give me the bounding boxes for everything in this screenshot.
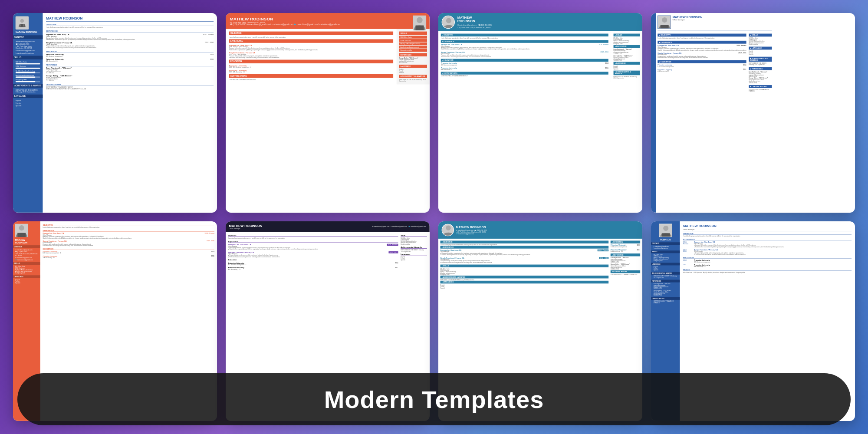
card3-objective: I seek challenging opportunities where I… bbox=[441, 37, 608, 39]
card3-contact: ✉ matrobison@gmail.com ☎ (123) 456-7895 bbox=[457, 24, 492, 26]
card5-job-2: 2012 - 2016 Simple Functions / Fresno, C… bbox=[43, 240, 214, 246]
card4-header: MATHEW ROBINSON Office Manager bbox=[658, 16, 772, 30]
svg-rect-19 bbox=[662, 233, 670, 237]
card7-avatar bbox=[442, 224, 454, 237]
resume-card-3[interactable]: MATHEWROBINSON ✉ matrobison@gmail.com ☎ … bbox=[438, 13, 642, 213]
card3-ach: EMPLOYEE OF THE MONTH February 2018 Expr… bbox=[614, 76, 640, 79]
svg-point-0 bbox=[20, 19, 24, 23]
card3-ref-2: George Bailey - "CDS Movers" Human Resou… bbox=[614, 55, 640, 61]
card4-edu-title: ■ EDUCATION bbox=[658, 60, 746, 63]
card7-ach-title: ● ACHIEVEMENTS & AWARDS bbox=[441, 276, 609, 278]
card3-obj-title: ● OBJECTIVE bbox=[441, 34, 608, 36]
card6-objective: I seek challenging opportunities where I… bbox=[228, 238, 398, 239]
card1-phone: ☎ (123) 456-7895 bbox=[16, 43, 40, 45]
card1-lang-fr: French bbox=[16, 102, 40, 104]
card8-cert: CERTIFIED FACILITY MANAGER IFMA/2017 bbox=[654, 301, 677, 304]
card1-exp-title: EXPERIENCE bbox=[46, 30, 214, 33]
card8-lang: EnglishFrenchSpanish bbox=[654, 266, 677, 270]
card8-sidebar-name: ROBINSON bbox=[654, 239, 677, 241]
card2-skills-title: SKILLS bbox=[399, 32, 427, 35]
card6-job-2: 2012 - 2016 ◆ Simple Functions / Fresno,… bbox=[228, 251, 398, 257]
card5-linkedin: in matrobison@gmail.com bbox=[15, 257, 39, 259]
card3-edu-2: 2011 Princeton University A.A. Accountin… bbox=[441, 67, 608, 71]
card6-obj-title: Objective bbox=[228, 234, 398, 237]
card8-objective: I seek challenging opportunities where I… bbox=[683, 236, 852, 237]
card2-skill-3: MySQL / Adobe photoshop bbox=[399, 43, 427, 45]
card4-ref-1: Evan Rightworth - "Wal-mart" Operations … bbox=[749, 71, 772, 77]
card4-body: ■ OBJECTIVE I seek challenging opportuni… bbox=[658, 32, 772, 92]
card8-phone: f matrobison@gmail.com bbox=[654, 248, 677, 249]
svg-point-10 bbox=[662, 17, 667, 23]
card1-cert-title: CERTIFICATIONS bbox=[46, 83, 214, 86]
card4-right: ■ SKILLS MS Office SuiteCRM SystemsMySQL… bbox=[749, 32, 772, 92]
card1-main: MATHEW ROBINSON OBJECTIVE I seek challen… bbox=[43, 13, 217, 213]
card7-lang: EnglishFrenchSpanish bbox=[441, 284, 609, 289]
card1-linkedin: in matrobison@gmail.com bbox=[16, 50, 40, 52]
card1-avatar bbox=[16, 16, 29, 30]
card3-skills: MS Office SuiteCRM SystemsMySQL / Adobe … bbox=[614, 37, 640, 45]
card2-cert-title: CERTIFICATIONS bbox=[229, 74, 394, 78]
card2-job-2: Simple Functions / Fresno, CA 2012 - 201… bbox=[229, 52, 394, 59]
card4-ach-title: ■ ACHIEVEMENTS & AWARDS bbox=[749, 57, 772, 62]
card2-job-1: Express Inc. /San Jose, CA 2016 - Presen… bbox=[229, 44, 394, 51]
card1-lang-title: LANGUAGE bbox=[13, 95, 43, 98]
card1-skill-5: Budgeting skills bbox=[16, 79, 40, 82]
card2-avatar bbox=[413, 16, 426, 30]
card6-ach-title: Achievements & Awards bbox=[401, 246, 427, 248]
card4-left: ■ OBJECTIVE I seek challenging opportuni… bbox=[658, 32, 746, 92]
card4-ach: EMPLOYEE OF THE MONTH February 2018 Expr… bbox=[749, 62, 772, 66]
svg-point-8 bbox=[446, 18, 451, 23]
card3-lang-title: ● LANGUAGE bbox=[614, 62, 640, 64]
card2-edu-1: Princeton University 2013 · B.S. Busines… bbox=[229, 65, 394, 68]
card8-skills2-title: SKILLS bbox=[683, 269, 852, 271]
card1-skill-2: CRM Systems bbox=[16, 66, 40, 69]
card8-edu-1: 2013 Princeton University B.S. Business … bbox=[683, 260, 852, 263]
card2-skill-2: CRM Systems bbox=[399, 39, 427, 42]
card7-body: ● OBJECTIVE I seek challenging opportuni… bbox=[438, 239, 642, 291]
resume-card-4[interactable]: MATHEW ROBINSON Office Manager ■ OBJECTI… bbox=[651, 13, 855, 213]
card2-objective: I seek challenging opportunities where I… bbox=[229, 36, 394, 38]
card4-ref-2: George Bailey - "CDS Movers" Human Resou… bbox=[749, 78, 772, 84]
card1-skills-title: SKILLS bbox=[13, 56, 43, 59]
card3-cert-title: ● CERTIFICATIONS bbox=[441, 72, 608, 74]
card5-edu-2: 2011 Princeton University A.A. Accountin… bbox=[43, 255, 214, 259]
card7-job-1: 2016 - Present Express Inc. /San Jose, C… bbox=[441, 250, 609, 256]
card1-skill-3: MySQL / Adobe photoshop bbox=[16, 70, 40, 73]
card8-avatar bbox=[659, 224, 672, 237]
card2-main: OBJECTIVE I seek challenging opportuniti… bbox=[226, 29, 397, 85]
card7-edu-1: 2013 Princeton University B.S. Business … bbox=[611, 244, 640, 248]
card3-sidebar: ● SKILLS MS Office SuiteCRM SystemsMySQL… bbox=[611, 31, 642, 82]
card1-facebook: f matrobison@gmail.com bbox=[16, 52, 40, 54]
card7-ref-2: George Bailey - "CDS Movers" Human Resou… bbox=[611, 264, 640, 270]
card6-skills: MS Office SuiteCRM SystemsMySQL / Adobe … bbox=[401, 237, 427, 245]
card2-ach-title: ACHIEVEMENTS & AWARDS bbox=[399, 75, 427, 78]
card8-skills2: MS Office Suite CRM Systems MySQL / Adob… bbox=[683, 272, 852, 273]
card3-job-1: 2016 - Present Express Inc. /San Jose, C… bbox=[441, 44, 608, 50]
card1-ref-1: Evan Rightworth - "Wal-mart" Operations … bbox=[46, 67, 214, 74]
card1-main-name: MATHEW ROBINSON bbox=[46, 16, 214, 22]
card1-job-2: 2012 - 2016 Simple Functions / Fresno, C… bbox=[46, 42, 214, 49]
resume-card-1[interactable]: MATHEW ROBINSON Contact ✉ matrobison@gma… bbox=[13, 13, 217, 213]
svg-rect-3 bbox=[23, 24, 24, 26]
card1-skill-1: MS Office Suite bbox=[16, 61, 40, 65]
svg-rect-14 bbox=[17, 233, 26, 237]
resume-card-2[interactable]: MATHEW ROBINSON 45, Pooh Bear Lane, Char… bbox=[226, 13, 430, 213]
card6-main: Objective I seek challenging opportuniti… bbox=[228, 234, 398, 272]
card1-lang-es: Spanish bbox=[16, 105, 40, 106]
card5-lang-title: LANGUAGE bbox=[13, 275, 40, 278]
card2-skill-1: MS Office Suite bbox=[399, 36, 427, 38]
card3-avatar bbox=[442, 16, 455, 29]
card8-edu-2: 2011 Princeton University A.A. Accountin… bbox=[683, 264, 852, 267]
card3-cert: CERTIFIED FACILITY MANAGER IFMA/2017 bbox=[441, 76, 608, 77]
card2-edu-2: Princeton University 2017 · A.A. Account… bbox=[229, 69, 394, 73]
rne-ca-label: RnE CA bbox=[827, 59, 844, 64]
card3-main: ● OBJECTIVE I seek challenging opportuni… bbox=[438, 31, 611, 82]
card6-sidebar: Skills MS Office SuiteCRM SystemsMySQL /… bbox=[401, 234, 427, 272]
card6-title: Office Manager bbox=[229, 227, 263, 229]
card8-ref-title: REFERENCE bbox=[651, 280, 680, 283]
card8-skills: MS Office SuiteCRM SystemsMySQL / Adobe … bbox=[654, 254, 677, 261]
card5-lang: EnglishFrenchSpanish bbox=[15, 279, 39, 284]
card6-lang: EnglishFrenchSpanish bbox=[401, 256, 427, 260]
card3-exp-title: ● EXPERIENCE bbox=[441, 40, 608, 43]
card7-social: 🐦 matrobison@gmail.com bbox=[456, 233, 487, 234]
